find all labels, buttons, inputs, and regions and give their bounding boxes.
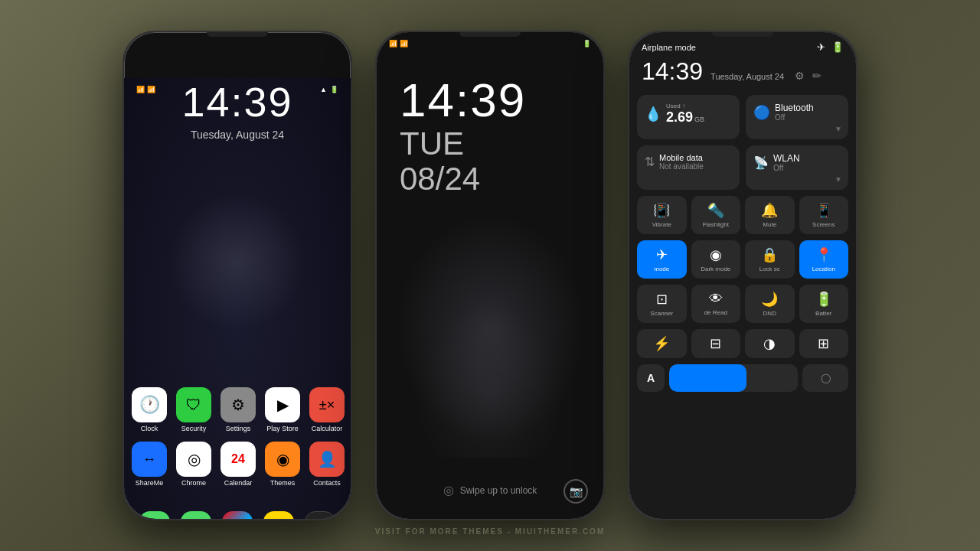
- cc-date: Tuesday, August 24: [710, 72, 784, 81]
- battery-icon: 🔋: [330, 86, 338, 93]
- status-bar-2: 📶 📶 🔋: [377, 32, 603, 47]
- battery-saver-icon: 🔋: [815, 291, 832, 308]
- clock-icon: 🕐: [132, 387, 167, 422]
- data-icon: 💧: [645, 106, 662, 122]
- cc-tile-wlan[interactable]: 📡 WLAN Off ▼: [746, 145, 848, 190]
- phone-3: Airplane mode ✈ 🔋 14:39 Tuesday, August …: [628, 31, 858, 520]
- app-shareme[interactable]: ↔ ShareMe: [132, 442, 167, 487]
- app-security[interactable]: 🛡 Security: [176, 387, 211, 432]
- wlan-icon: 📡: [753, 155, 769, 170]
- cc-btn-darkmode[interactable]: ◉ Dark mode: [691, 240, 741, 279]
- dock-color[interactable]: 🎨: [222, 511, 253, 519]
- cc-btn-airplane[interactable]: ✈ mode: [637, 240, 687, 279]
- cc-btn-read[interactable]: 👁 de Read: [691, 285, 741, 323]
- app-clock-label: Clock: [141, 425, 158, 432]
- cc-icon-row-1: 📳 Vibrate 🔦 Flashlight 🔔 Mute 📱 Screens: [629, 193, 856, 237]
- home-date: Tuesday, August 24: [124, 129, 351, 141]
- read-icon: 👁: [709, 291, 723, 307]
- cc-btn-vibrate[interactable]: 📳 Vibrate: [637, 196, 687, 234]
- flashlight-icon: 🔦: [707, 202, 724, 219]
- cc-btn-charge[interactable]: ⚡: [637, 329, 687, 358]
- cc-tile-mobile-data[interactable]: ⇅ Mobile data Not available: [637, 145, 740, 190]
- cc-btn-flashlight[interactable]: 🔦 Flashlight: [691, 196, 741, 234]
- data-unit: GB: [694, 116, 704, 123]
- cc-btn-location[interactable]: 📍 Location: [799, 240, 849, 279]
- cc-header-icons: ✈ 🔋: [817, 41, 844, 53]
- dark-mode-icon: ◉: [710, 246, 722, 263]
- app-contacts[interactable]: 👤 Contacts: [309, 442, 345, 487]
- vibrate-icon: 📳: [653, 202, 670, 219]
- bluetooth-sub: Off: [775, 113, 814, 122]
- scanner-label: Scanner: [650, 310, 673, 317]
- dock-messages[interactable]: 💬: [181, 511, 211, 519]
- lock-label: Lock sc: [760, 266, 780, 272]
- status-bar-1: 📶 📶 ▲ 🔋: [124, 78, 351, 93]
- app-chrome[interactable]: ◎ Chrome: [176, 442, 211, 487]
- cc-btn-mute[interactable]: 🔔 Mute: [745, 196, 795, 234]
- camera-shortcut[interactable]: 📷: [564, 479, 588, 504]
- battery-icon-3: 🔋: [831, 41, 844, 53]
- cc-volume-btn[interactable]: ◯: [802, 364, 848, 392]
- cc-tile-bluetooth[interactable]: 🔵 Bluetooth Off ▼: [746, 95, 848, 139]
- contacts-icon: 👤: [309, 442, 345, 477]
- phone-2: 📶 📶 🔋 14:39 TUE 08/24 ◎ Swipe up to unlo…: [375, 31, 605, 520]
- contrast-icon: ◑: [763, 335, 776, 352]
- airplane-icon: ✈: [817, 41, 825, 53]
- cc-btn-dnd[interactable]: 🌙 DND: [745, 285, 795, 323]
- cc-brightness-slider[interactable]: [669, 364, 798, 392]
- mobile-data-sub: Not available: [659, 162, 704, 171]
- signal-icons-2: 📶 📶: [389, 40, 408, 47]
- app-contacts-label: Contacts: [313, 479, 341, 487]
- cc-icon-row-2: ✈ mode ◉ Dark mode 🔒 Lock sc 📍 Location: [629, 237, 856, 282]
- cc-font-btn[interactable]: A: [637, 364, 665, 392]
- swipe-text: Swipe up to unlock: [460, 485, 537, 496]
- extra-icon: ⊞: [818, 335, 829, 352]
- wlan-expand-icon[interactable]: ▼: [835, 175, 842, 184]
- data-used-label: Used ↑: [666, 103, 704, 109]
- cc-settings-icon[interactable]: ⚙: [795, 70, 805, 82]
- app-settings-label: Settings: [226, 425, 251, 432]
- bluetooth-icon: 🔵: [753, 104, 770, 121]
- app-calculator-label: Calculator: [312, 425, 343, 432]
- screens-label: Screens: [812, 221, 835, 228]
- mobile-data-icon: ⇅: [645, 155, 655, 169]
- bluetooth-title: Bluetooth: [775, 103, 814, 113]
- cc-btn-screenrecord[interactable]: ⊟: [691, 329, 741, 358]
- dock-notes[interactable]: 📝: [263, 511, 294, 519]
- dock-camera[interactable]: 📷: [305, 511, 335, 519]
- shareme-icon: ↔: [132, 442, 167, 477]
- app-calculator[interactable]: ±× Calculator: [309, 387, 345, 432]
- security-icon: 🛡: [176, 387, 211, 422]
- cc-edit-icon[interactable]: ✏: [812, 70, 822, 82]
- app-calendar[interactable]: 24 Calendar: [220, 442, 256, 487]
- watermark: VISIT FOR MORE THEMES - MIUITHEMER.COM: [0, 527, 980, 536]
- screens-icon: 📱: [815, 202, 832, 219]
- read-label: de Read: [704, 309, 727, 316]
- cc-btn-battery[interactable]: 🔋 Batter: [799, 285, 849, 323]
- app-themes[interactable]: ◉ Themes: [265, 442, 300, 487]
- cc-btn-extra[interactable]: ⊞: [799, 329, 849, 358]
- app-clock[interactable]: 🕐 Clock: [132, 387, 167, 432]
- cc-icon-row-4: ⚡ ⊟ ◑ ⊞: [629, 326, 856, 361]
- cc-icon-row-3: ⊡ Scanner 👁 de Read 🌙 DND 🔋 Batter: [629, 282, 856, 326]
- wallpaper-art: [413, 305, 567, 458]
- cc-time: 14:39: [642, 57, 703, 86]
- cc-tile-data[interactable]: 💧 Used ↑ 2.69 GB: [637, 95, 740, 139]
- cc-btn-lockscreen[interactable]: 🔒 Lock sc: [745, 240, 795, 279]
- lock-date: 08/24: [377, 161, 603, 197]
- cc-btn-contrast[interactable]: ◑: [745, 329, 795, 358]
- settings-icon: ⚙: [220, 387, 256, 422]
- app-playstore[interactable]: ▶ Play Store: [265, 387, 300, 432]
- cc-brightness-row: A ◯: [629, 361, 856, 395]
- cc-btn-scanner[interactable]: ⊡ Scanner: [637, 285, 687, 323]
- app-settings[interactable]: ⚙ Settings: [220, 387, 256, 432]
- dock-phone[interactable]: 📞: [139, 511, 170, 519]
- app-chrome-label: Chrome: [181, 479, 206, 487]
- mute-label: Mute: [763, 221, 776, 228]
- bluetooth-expand-icon[interactable]: ▼: [835, 125, 842, 133]
- calculator-icon: ±×: [309, 387, 345, 422]
- mobile-data-title: Mobile data: [659, 153, 704, 162]
- data-value: 2.69: [666, 109, 693, 126]
- wlan-title: WLAN: [773, 153, 800, 164]
- cc-btn-screens[interactable]: 📱 Screens: [799, 196, 849, 234]
